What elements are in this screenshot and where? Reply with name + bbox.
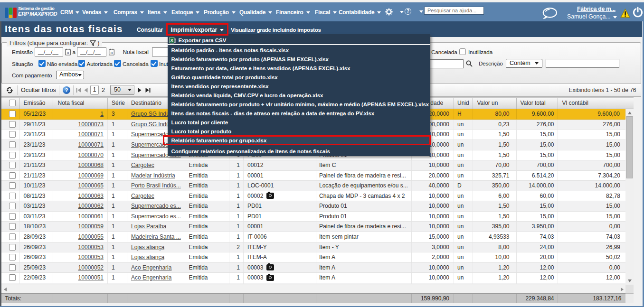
svg-text:8: 8 bbox=[66, 51, 69, 55]
svg-text:X: X bbox=[170, 38, 173, 43]
svg-text:8: 8 bbox=[110, 51, 113, 55]
